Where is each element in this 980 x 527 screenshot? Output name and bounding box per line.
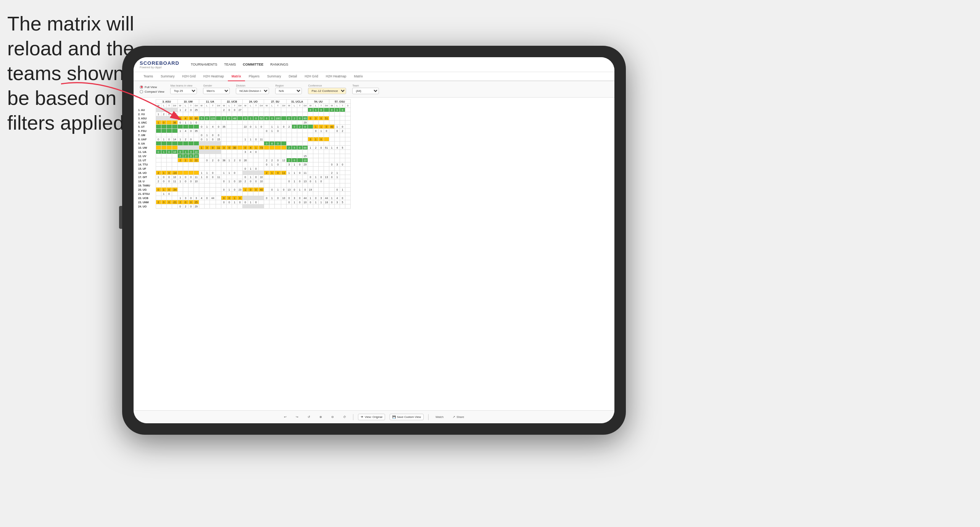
row-22ucb: 22. UCB bbox=[137, 196, 156, 200]
nav-committee[interactable]: COMMITTEE bbox=[243, 62, 263, 67]
view-original-button[interactable]: 👁 View: Original bbox=[358, 414, 385, 420]
table-row: 16. UO 2 1 0 -14 1 1 0 bbox=[137, 171, 351, 175]
tablet-side-button bbox=[119, 206, 122, 229]
row-9ua: 9. UA bbox=[137, 141, 156, 146]
ua-t: T bbox=[210, 104, 216, 108]
watch-button[interactable]: Watch bbox=[433, 414, 446, 420]
table-row: 1. AU 1 2 0 25 bbox=[137, 108, 351, 112]
matrix-content[interactable]: 3. ASU 10. UW 11. UA 22. UCB 24. UO 27. … bbox=[134, 98, 614, 410]
compact-view-radio-dot bbox=[140, 90, 143, 93]
share-label: Share bbox=[456, 415, 464, 419]
top-navigation: SCOREBOARD Powered by clippd TOURNAMENTS… bbox=[134, 57, 614, 72]
table-row: 21. ETSU 1 0 bbox=[137, 192, 351, 196]
tab-h2h-grid2[interactable]: H2H Grid bbox=[301, 72, 322, 81]
empty-header bbox=[137, 100, 156, 104]
table-row: 13. UT 2 1 1 22 0 2 0 bbox=[137, 158, 351, 162]
ucla-l: L bbox=[292, 104, 297, 108]
osu-d: D bbox=[345, 104, 351, 108]
tab-players[interactable]: Players bbox=[245, 72, 263, 81]
eye-icon: 👁 bbox=[361, 415, 364, 419]
max-teams-label: Max teams in view bbox=[170, 84, 197, 87]
table-row: 8. UAF 0 1 0 14 1 2 0 0 1 0 15 bbox=[137, 137, 351, 141]
uo-l: L bbox=[248, 104, 253, 108]
col-header-asu: 3. ASU bbox=[156, 100, 177, 104]
ucb-l: L bbox=[227, 104, 232, 108]
share-button[interactable]: ↗ Share bbox=[450, 414, 466, 420]
region-select[interactable]: N/A bbox=[275, 88, 302, 94]
share-icon: ↗ bbox=[453, 415, 455, 419]
table-row: 2. VU 1 2 0 -12 bbox=[137, 112, 351, 116]
table-row: 14. TTU bbox=[137, 162, 351, 167]
refresh-button[interactable]: ↺ bbox=[305, 414, 313, 420]
full-view-label: Full View bbox=[145, 85, 157, 89]
ucla-w: W bbox=[287, 104, 292, 108]
uu-dif: Dif bbox=[324, 104, 329, 108]
tab-matrix2[interactable]: Matrix bbox=[350, 72, 367, 81]
tab-teams[interactable]: Teams bbox=[140, 72, 157, 81]
gender-select[interactable]: Men's Women's bbox=[203, 88, 230, 94]
zoom-out-button[interactable]: ⊖ bbox=[329, 414, 336, 420]
table-row: 23. UNM 2 0 0 -21 2 0 0 25 bbox=[137, 200, 351, 204]
zoom-in-icon: ⊕ bbox=[319, 415, 322, 419]
osu-l: L bbox=[335, 104, 340, 108]
nav-rankings[interactable]: RANKINGS bbox=[270, 62, 288, 67]
full-view-radio[interactable]: Full View bbox=[140, 85, 164, 89]
row-au: 1. AU bbox=[137, 108, 156, 112]
nav-tournaments[interactable]: TOURNAMENTS bbox=[191, 62, 217, 67]
tablet-screen: SCOREBOARD Powered by clippd TOURNAMENTS… bbox=[134, 57, 614, 423]
division-select[interactable]: NCAA Division I bbox=[236, 88, 269, 94]
conference-select[interactable]: Pac-12 Conference bbox=[308, 88, 346, 94]
asu-t: T bbox=[166, 104, 172, 108]
row-23unm: 23. UNM bbox=[137, 200, 156, 204]
uu-t: T bbox=[319, 104, 324, 108]
tab-h2h-heatmap2[interactable]: H2H Heatmap bbox=[322, 72, 350, 81]
redo-button[interactable]: ↪ bbox=[293, 414, 301, 420]
tab-h2h-grid[interactable]: H2H Grid bbox=[178, 72, 199, 81]
row-21etsu: 21. ETSU bbox=[137, 192, 156, 196]
tab-detail[interactable]: Detail bbox=[285, 72, 301, 81]
ua-dif: Dif bbox=[216, 104, 221, 108]
team-select[interactable]: (All) bbox=[352, 88, 379, 94]
osu-w: W bbox=[329, 104, 335, 108]
tab-h2h-heatmap[interactable]: H2H Heatmap bbox=[200, 72, 228, 81]
uo-t: T bbox=[253, 104, 259, 108]
app-container: SCOREBOARD Powered by clippd TOURNAMENTS… bbox=[134, 57, 614, 423]
max-teams-filter: Max teams in view Top 25 Top 50 All bbox=[170, 84, 197, 94]
app-logo: SCOREBOARD bbox=[140, 60, 179, 66]
undo-button[interactable]: ↩ bbox=[282, 414, 289, 420]
table-row: 11. UA 0 1 0 10 0 1 0 10 bbox=[137, 150, 351, 154]
view-radio-group: Full View Compact View bbox=[140, 85, 164, 93]
app-logo-sub: Powered by clippd bbox=[140, 66, 179, 69]
compact-view-radio[interactable]: Compact View bbox=[140, 90, 164, 93]
uu-l: L bbox=[313, 104, 319, 108]
row-15uf: 15. UF bbox=[137, 167, 156, 171]
row-17git: 17. GIT bbox=[137, 175, 156, 179]
uo-w: W bbox=[243, 104, 248, 108]
max-teams-select[interactable]: Top 25 Top 50 All bbox=[170, 88, 197, 94]
region-filter: Region N/A bbox=[275, 84, 302, 94]
table-row: 5. UT 0 1 4 0 bbox=[137, 125, 351, 129]
matrix-table: 3. ASU 10. UW 11. UA 22. UCB 24. UO 27. … bbox=[137, 99, 351, 209]
uo-dif: Dif bbox=[259, 104, 264, 108]
zoom-in-button[interactable]: ⊕ bbox=[317, 414, 324, 420]
region-label: Region bbox=[275, 84, 302, 87]
col-header-ucb: 22. UCB bbox=[221, 100, 243, 104]
refresh-icon: ↺ bbox=[308, 415, 310, 419]
gender-filter: Gender Men's Women's bbox=[203, 84, 230, 94]
clock-button[interactable]: ⏱ bbox=[341, 414, 348, 420]
logo-area: SCOREBOARD Powered by clippd bbox=[140, 60, 179, 69]
row-20ug: 20. UG bbox=[137, 188, 156, 192]
row-14ttu: 14. TTU bbox=[137, 162, 156, 167]
tab-matrix[interactable]: Matrix bbox=[228, 72, 245, 81]
row-12uv: 12. UV bbox=[137, 154, 156, 158]
su-dif: Dif bbox=[281, 104, 287, 108]
row-asu: 3. ASU bbox=[137, 116, 156, 121]
nav-teams[interactable]: TEAMS bbox=[224, 62, 236, 67]
row-13ut: 13. UT bbox=[137, 158, 156, 162]
tab-summary2[interactable]: Summary bbox=[263, 72, 285, 81]
tab-summary[interactable]: Summary bbox=[157, 72, 178, 81]
bottom-toolbar: ↩ ↪ ↺ ⊕ ⊖ ⏱ 👁 bbox=[134, 410, 614, 423]
save-custom-button[interactable]: 💾 Save Custom View bbox=[390, 414, 424, 420]
table-row: 24. UO 0 2 0 29 bbox=[137, 204, 351, 209]
ucb-t: T bbox=[232, 104, 237, 108]
